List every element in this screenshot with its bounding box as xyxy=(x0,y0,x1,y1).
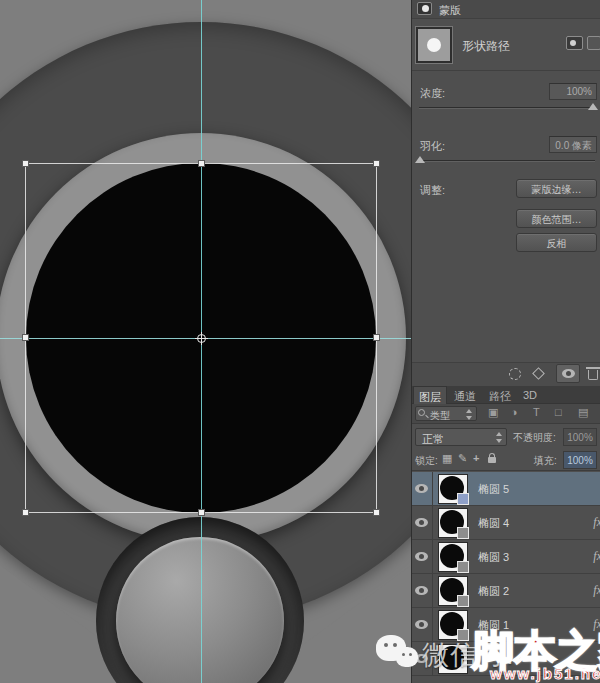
transform-handle-bottom-left[interactable] xyxy=(22,509,29,516)
density-value[interactable]: 100% xyxy=(549,83,597,100)
layer-thumbnail[interactable] xyxy=(438,508,468,538)
density-slider-thumb[interactable] xyxy=(588,103,598,110)
eye-icon xyxy=(415,586,428,595)
lock-position-icon[interactable]: + xyxy=(473,452,479,464)
right-panel-dock: 蒙版 形状路径 浓度: 100% 羽化: 0.0 像素 调整: 蒙版边缘… 颜色… xyxy=(411,0,600,683)
layer-thumbnail[interactable] xyxy=(438,542,468,572)
visibility-toggle[interactable] xyxy=(412,540,433,574)
blend-mode-row: 正常 不透明度: 100% xyxy=(412,426,600,448)
blend-mode-select[interactable]: 正常 xyxy=(415,428,507,446)
mask-thumbnail[interactable] xyxy=(416,27,452,63)
fill-label: 填充: xyxy=(534,454,557,468)
lock-label: 锁定: xyxy=(415,454,438,468)
wechat-bubble-small xyxy=(396,647,418,667)
lock-image-pixels-icon[interactable]: ✎ xyxy=(458,452,467,465)
watermark-site-url: www.jb51.net xyxy=(490,665,600,682)
shape-layer-badge-icon xyxy=(457,527,469,539)
mask-edge-button[interactable]: 蒙版边缘… xyxy=(516,179,597,198)
shape-layer-badge-icon xyxy=(457,493,469,505)
lock-all-icon[interactable] xyxy=(488,457,496,463)
layer-filter-row: 类型 ▣ ◑ T □ ▤ xyxy=(412,404,600,424)
transform-handle-top-center[interactable] xyxy=(198,160,205,167)
masks-panel-header[interactable]: 蒙版 xyxy=(412,0,600,19)
filter-shape-layers-icon[interactable]: □ xyxy=(555,406,562,418)
layer-effects-badge[interactable]: fx xyxy=(593,515,600,530)
eye-icon xyxy=(415,552,428,561)
mask-panel-icon xyxy=(417,2,432,15)
layer-effects-badge[interactable]: fx xyxy=(593,583,600,598)
visibility-toggle[interactable] xyxy=(412,506,433,540)
dropdown-arrows-icon xyxy=(465,409,473,420)
tab-paths[interactable]: 路径 xyxy=(483,386,517,404)
delete-mask-icon[interactable] xyxy=(588,370,598,380)
masks-panel-title: 蒙版 xyxy=(439,3,461,18)
filter-type-label: 类型 xyxy=(430,409,450,423)
masks-panel: 蒙版 形状路径 浓度: 100% 羽化: 0.0 像素 调整: 蒙版边缘… 颜色… xyxy=(412,0,600,386)
mask-mode-label: 形状路径 xyxy=(462,38,510,55)
transform-handle-bottom-right[interactable] xyxy=(373,509,380,516)
adjust-label: 调整: xyxy=(420,183,445,198)
transform-handle-mid-right[interactable] xyxy=(373,334,380,341)
eye-icon xyxy=(415,518,428,527)
visibility-toggle[interactable] xyxy=(412,574,433,608)
layer-effects-badge[interactable]: fx xyxy=(593,549,600,564)
filter-type-layers-icon[interactable]: T xyxy=(533,406,540,418)
masks-panel-footer xyxy=(412,362,600,386)
filter-smart-objects-icon[interactable]: ▤ xyxy=(578,406,588,419)
search-icon xyxy=(418,409,425,416)
filter-adjustment-layers-icon[interactable]: ◑ xyxy=(511,406,518,418)
eye-icon xyxy=(562,369,575,378)
layer-row-ellipse-2[interactable]: 椭圆 2 fx xyxy=(412,574,600,608)
transform-handle-top-right[interactable] xyxy=(373,160,380,167)
blend-mode-value: 正常 xyxy=(422,432,444,447)
opacity-value[interactable]: 100% xyxy=(563,428,597,446)
watermark: 微信号: 脚本之家 www.jb51.net xyxy=(372,625,600,683)
lock-transparent-pixels-icon[interactable]: ▦ xyxy=(442,452,452,465)
layer-row-ellipse-3[interactable]: 椭圆 3 fx xyxy=(412,540,600,574)
density-slider-track[interactable] xyxy=(419,107,595,109)
dropdown-arrows-icon xyxy=(495,432,503,443)
visibility-toggle[interactable] xyxy=(412,472,433,506)
panel-tab-bar: 图层 通道 路径 3D xyxy=(412,386,600,404)
layer-row-ellipse-5[interactable]: 椭圆 5 xyxy=(412,472,600,506)
invert-button[interactable]: 反相 xyxy=(516,233,597,252)
document-canvas[interactable] xyxy=(0,0,411,683)
feather-slider-track[interactable] xyxy=(419,160,595,162)
feather-label: 羽化: xyxy=(420,139,445,154)
feather-value[interactable]: 0.0 像素 xyxy=(549,136,597,153)
lock-row: 锁定: ▦ ✎ + 填充: 100% xyxy=(412,449,600,471)
feather-slider-thumb[interactable] xyxy=(415,156,425,163)
layer-row-ellipse-4[interactable]: 椭圆 4 fx xyxy=(412,506,600,540)
layer-name[interactable]: 椭圆 2 xyxy=(478,584,509,599)
tab-layers[interactable]: 图层 xyxy=(413,386,447,404)
eye-icon xyxy=(415,484,428,493)
transform-handle-top-left[interactable] xyxy=(22,160,29,167)
tab-3d[interactable]: 3D xyxy=(518,386,542,404)
layer-thumbnail[interactable] xyxy=(438,576,468,606)
layer-name[interactable]: 椭圆 5 xyxy=(478,482,509,497)
pixel-mask-icon[interactable] xyxy=(566,36,583,50)
color-range-button[interactable]: 颜色范围… xyxy=(516,209,597,228)
transform-handle-bottom-center[interactable] xyxy=(198,509,205,516)
apply-mask-icon[interactable] xyxy=(532,367,545,380)
layer-filter-type-dropdown[interactable]: 类型 xyxy=(415,406,477,421)
layer-name[interactable]: 椭圆 4 xyxy=(478,516,509,531)
filter-pixel-layers-icon[interactable]: ▣ xyxy=(488,406,498,419)
wechat-icon xyxy=(376,633,422,677)
disable-mask-button[interactable] xyxy=(556,364,580,383)
photoshop-window: 蒙版 形状路径 浓度: 100% 羽化: 0.0 像素 调整: 蒙版边缘… 颜色… xyxy=(0,0,600,683)
layer-name[interactable]: 椭圆 3 xyxy=(478,550,509,565)
transform-center-point[interactable] xyxy=(197,334,206,343)
density-label: 浓度: xyxy=(420,86,445,101)
tab-channels[interactable]: 通道 xyxy=(448,386,482,404)
load-selection-from-mask-icon[interactable] xyxy=(509,368,521,380)
shape-layer-badge-icon xyxy=(457,561,469,573)
divider xyxy=(412,70,600,71)
shape-layer-badge-icon xyxy=(457,595,469,607)
vector-mask-icon[interactable] xyxy=(587,36,600,50)
transform-handle-mid-left[interactable] xyxy=(22,334,29,341)
opacity-label: 不透明度: xyxy=(513,431,556,445)
fill-value[interactable]: 100% xyxy=(563,451,597,469)
layer-thumbnail[interactable] xyxy=(438,474,468,504)
